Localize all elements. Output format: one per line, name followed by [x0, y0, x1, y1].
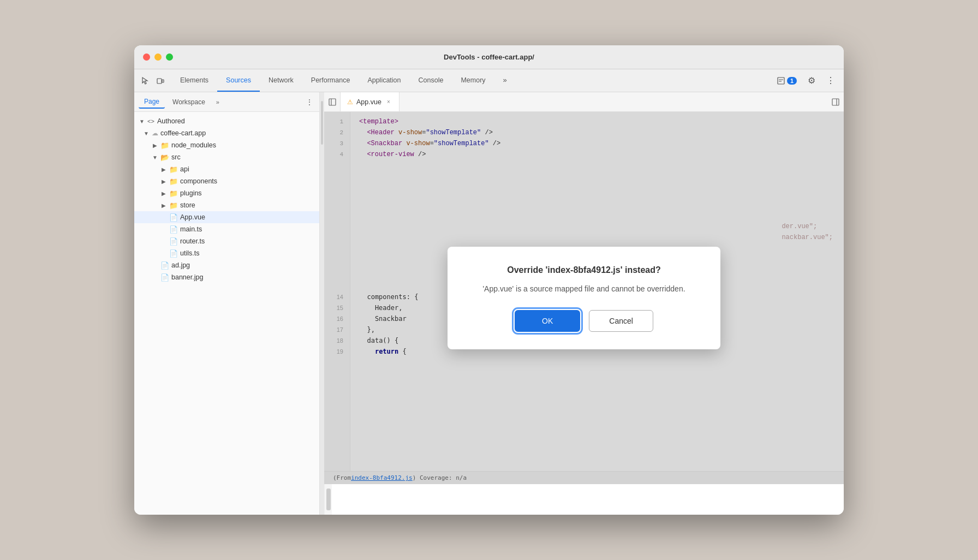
- editor-scrollbar-thumb: [326, 488, 331, 510]
- devtools-toolbar: Elements Sources Network Performance App…: [134, 69, 844, 92]
- svg-rect-6: [329, 99, 336, 105]
- close-button[interactable]: [143, 53, 150, 61]
- dialog-message: 'App.vue' is a source mapped file and ca…: [474, 283, 694, 295]
- dialog-cancel-button[interactable]: Cancel: [589, 310, 653, 332]
- main-ts-file-icon: 📄: [169, 225, 178, 234]
- sidebar-tab-page[interactable]: Page: [139, 96, 165, 109]
- svg-rect-0: [157, 79, 162, 84]
- api-arrow: ▶: [160, 166, 167, 172]
- store-label: store: [180, 201, 195, 209]
- sidebar-toggle-left[interactable]: [324, 92, 341, 111]
- tree-src[interactable]: ▼ 📂 src: [134, 151, 319, 163]
- console-badge: 1: [787, 77, 797, 85]
- tree-main-ts[interactable]: 📄 main.ts: [134, 223, 319, 235]
- editor-tab-app-vue[interactable]: ⚠ App.vue ×: [341, 92, 399, 111]
- components-label: components: [180, 177, 217, 185]
- tree-components[interactable]: ▶ 📁 components: [134, 175, 319, 187]
- tab-memory[interactable]: Memory: [452, 69, 494, 92]
- app-vue-label: App.vue: [180, 213, 205, 221]
- utils-ts-file-icon: 📄: [169, 249, 178, 258]
- ad-jpg-label: ad.jpg: [171, 261, 190, 269]
- authored-label: Authored: [157, 117, 185, 125]
- tree-router-ts[interactable]: 📄 router.ts: [134, 235, 319, 247]
- tab-performance[interactable]: Performance: [302, 69, 359, 92]
- svg-rect-1: [162, 80, 164, 82]
- node-modules-label: node_modules: [171, 141, 216, 149]
- more-options-button[interactable]: ⋮: [822, 73, 839, 88]
- components-arrow: ▶: [160, 178, 167, 184]
- sidebar-tabs: Page Workspace » ⋮: [134, 92, 319, 112]
- file-tree: ▼ <> Authored ▼ ☁ coffee-cart.app ▶ 📁 n: [134, 112, 319, 287]
- svg-rect-2: [778, 78, 784, 84]
- main-ts-label: main.ts: [180, 225, 202, 233]
- app-vue-file-icon: 📄: [169, 213, 178, 222]
- tree-banner-jpg[interactable]: 📄 banner.jpg: [134, 271, 319, 283]
- editor-area: ⚠ App.vue × 1 2 3: [324, 92, 844, 515]
- dialog-ok-button[interactable]: OK: [515, 310, 580, 332]
- dialog-title: Override 'index-8bfa4912.js' instead?: [474, 264, 694, 276]
- src-arrow: ▼: [152, 154, 158, 160]
- tab-sources[interactable]: Sources: [217, 69, 260, 92]
- tree-authored[interactable]: ▼ <> Authored: [134, 115, 319, 127]
- dialog-overlay: Override 'index-8bfa4912.js' instead? 'A…: [324, 112, 844, 484]
- ad-jpg-file-icon: 📄: [160, 261, 169, 270]
- tab-close-button[interactable]: ×: [385, 98, 392, 106]
- sidebar-toggle-right[interactable]: [827, 92, 844, 111]
- sidebar-tab-more[interactable]: »: [213, 97, 223, 108]
- store-arrow: ▶: [160, 202, 167, 208]
- folder-icon: 📁: [160, 141, 169, 150]
- store-folder-icon: 📁: [169, 201, 178, 210]
- tab-network[interactable]: Network: [260, 69, 302, 92]
- plugins-label: plugins: [180, 189, 202, 197]
- src-label: src: [171, 153, 181, 161]
- svg-rect-8: [832, 99, 839, 105]
- tab-more[interactable]: »: [494, 69, 516, 92]
- window-title: DevTools - coffee-cart.app/: [444, 53, 534, 61]
- editor-tabs-spacer: [399, 92, 827, 111]
- router-ts-label: router.ts: [180, 237, 205, 245]
- traffic-lights: [143, 53, 173, 61]
- settings-button[interactable]: ⚙: [803, 73, 820, 88]
- editor-scrollbar[interactable]: [324, 484, 332, 515]
- minimize-button[interactable]: [154, 53, 162, 61]
- api-label: api: [180, 165, 189, 173]
- tree-node-modules[interactable]: ▶ 📁 node_modules: [134, 139, 319, 151]
- sidebar-scrollbar[interactable]: [320, 92, 324, 515]
- toolbar-tabs: Elements Sources Network Performance App…: [171, 69, 768, 92]
- root-arrow: ▼: [143, 130, 150, 136]
- root-label: coffee-cart.app: [160, 129, 206, 137]
- device-toggle-icon[interactable]: [154, 74, 167, 87]
- tree-ad-jpg[interactable]: 📄 ad.jpg: [134, 259, 319, 271]
- title-bar: DevTools - coffee-cart.app/: [134, 45, 844, 69]
- tab-elements[interactable]: Elements: [171, 69, 217, 92]
- tree-root[interactable]: ▼ ☁ coffee-cart.app: [134, 127, 319, 139]
- plugins-arrow: ▶: [160, 190, 167, 196]
- api-folder-icon: 📁: [169, 165, 178, 174]
- sidebar-tab-workspace[interactable]: Workspace: [167, 96, 211, 108]
- tree-app-vue[interactable]: 📄 App.vue: [134, 211, 319, 223]
- editor-tabs: ⚠ App.vue ×: [324, 92, 844, 112]
- cloud-icon: ☁: [152, 129, 158, 137]
- settings-icon: ⚙: [808, 75, 815, 86]
- console-button[interactable]: 1: [773, 75, 801, 87]
- svg-text:<>: <>: [147, 118, 154, 124]
- tab-console[interactable]: Console: [410, 69, 452, 92]
- sidebar-options-button[interactable]: ⋮: [304, 97, 315, 108]
- sidebar: Page Workspace » ⋮ ▼ <> Authored: [134, 92, 320, 515]
- maximize-button[interactable]: [166, 53, 173, 61]
- tab-application[interactable]: Application: [359, 69, 409, 92]
- tab-filename: App.vue: [356, 98, 381, 106]
- tree-api[interactable]: ▶ 📁 api: [134, 163, 319, 175]
- tree-plugins[interactable]: ▶ 📁 plugins: [134, 187, 319, 199]
- tree-store[interactable]: ▶ 📁 store: [134, 199, 319, 211]
- more-vert-icon: ⋮: [826, 75, 835, 86]
- authored-arrow: ▼: [139, 118, 145, 124]
- plugins-folder-icon: 📁: [169, 189, 178, 198]
- tab-warning-icon: ⚠: [347, 98, 353, 106]
- dialog-buttons: OK Cancel: [474, 310, 694, 332]
- cursor-icon[interactable]: [139, 74, 152, 87]
- tree-utils-ts[interactable]: 📄 utils.ts: [134, 247, 319, 259]
- banner-jpg-file-icon: 📄: [160, 273, 169, 282]
- main-content: Page Workspace » ⋮ ▼ <> Authored: [134, 92, 844, 515]
- dialog: Override 'index-8bfa4912.js' instead? 'A…: [448, 247, 720, 349]
